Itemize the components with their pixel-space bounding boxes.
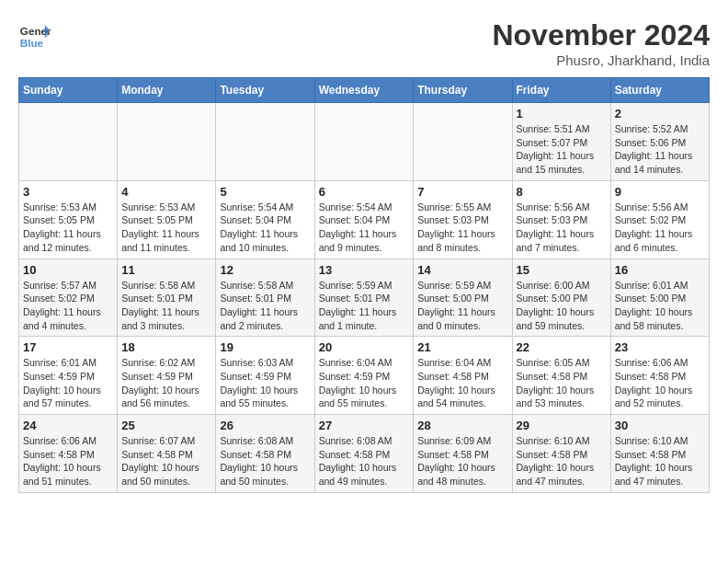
day-info: Sunrise: 5:54 AM Sunset: 5:04 PM Dayligh…	[319, 201, 410, 255]
day-number: 3	[23, 185, 113, 199]
day-info: Sunrise: 6:06 AM Sunset: 4:58 PM Dayligh…	[23, 434, 113, 488]
calendar-cell: 14Sunrise: 5:59 AM Sunset: 5:00 PM Dayli…	[414, 259, 512, 337]
calendar-cell: 9Sunrise: 5:56 AM Sunset: 5:02 PM Daylig…	[610, 180, 709, 259]
day-number: 22	[517, 340, 607, 354]
day-number: 6	[319, 185, 410, 199]
calendar-cell: 6Sunrise: 5:54 AM Sunset: 5:04 PM Daylig…	[314, 180, 414, 259]
calendar-cell: 28Sunrise: 6:09 AM Sunset: 4:58 PM Dayli…	[414, 415, 512, 493]
calendar-cell: 24Sunrise: 6:06 AM Sunset: 4:58 PM Dayli…	[19, 415, 118, 493]
week-row-1: 1Sunrise: 5:51 AM Sunset: 5:07 PM Daylig…	[19, 103, 710, 181]
day-info: Sunrise: 6:03 AM Sunset: 4:59 PM Dayligh…	[220, 356, 310, 410]
calendar-cell: 15Sunrise: 6:00 AM Sunset: 5:00 PM Dayli…	[512, 259, 610, 337]
day-number: 14	[417, 263, 507, 277]
day-info: Sunrise: 6:04 AM Sunset: 4:58 PM Dayligh…	[417, 356, 507, 410]
weekday-header-row: SundayMondayTuesdayWednesdayThursdayFrid…	[19, 78, 710, 103]
day-number: 5	[220, 185, 310, 199]
day-info: Sunrise: 6:08 AM Sunset: 4:58 PM Dayligh…	[220, 434, 310, 488]
title-block: November 2024 Phusro, Jharkhand, India	[492, 18, 710, 68]
day-number: 1	[517, 107, 607, 121]
day-info: Sunrise: 6:10 AM Sunset: 4:58 PM Dayligh…	[615, 434, 705, 488]
day-number: 27	[319, 419, 410, 432]
day-number: 19	[220, 340, 310, 354]
day-info: Sunrise: 6:04 AM Sunset: 4:59 PM Dayligh…	[319, 356, 410, 410]
calendar-cell	[216, 103, 314, 181]
week-row-3: 10Sunrise: 5:57 AM Sunset: 5:02 PM Dayli…	[19, 259, 710, 337]
day-info: Sunrise: 6:02 AM Sunset: 4:59 PM Dayligh…	[121, 356, 211, 410]
calendar-cell	[118, 103, 216, 181]
calendar-cell: 18Sunrise: 6:02 AM Sunset: 4:59 PM Dayli…	[118, 337, 216, 415]
calendar-table: SundayMondayTuesdayWednesdayThursdayFrid…	[18, 77, 710, 493]
day-info: Sunrise: 6:07 AM Sunset: 4:58 PM Dayligh…	[121, 434, 211, 488]
calendar-cell: 1Sunrise: 5:51 AM Sunset: 5:07 PM Daylig…	[512, 103, 610, 181]
calendar-cell: 30Sunrise: 6:10 AM Sunset: 4:58 PM Dayli…	[610, 415, 709, 493]
day-number: 15	[517, 263, 607, 277]
calendar-cell: 10Sunrise: 5:57 AM Sunset: 5:02 PM Dayli…	[19, 259, 118, 337]
day-info: Sunrise: 6:01 AM Sunset: 4:59 PM Dayligh…	[23, 356, 113, 410]
day-number: 4	[121, 185, 211, 199]
day-info: Sunrise: 6:01 AM Sunset: 5:00 PM Dayligh…	[615, 279, 705, 333]
calendar-cell: 21Sunrise: 6:04 AM Sunset: 4:58 PM Dayli…	[414, 337, 512, 415]
day-number: 11	[121, 263, 211, 277]
day-number: 16	[615, 263, 705, 277]
day-number: 10	[23, 263, 113, 277]
day-info: Sunrise: 6:06 AM Sunset: 4:58 PM Dayligh…	[615, 356, 705, 410]
day-number: 26	[220, 419, 310, 432]
calendar-cell: 16Sunrise: 6:01 AM Sunset: 5:00 PM Dayli…	[610, 259, 709, 337]
page-header: General Blue November 2024 Phusro, Jhark…	[18, 18, 710, 68]
calendar-cell: 4Sunrise: 5:53 AM Sunset: 5:05 PM Daylig…	[118, 180, 216, 259]
svg-text:Blue: Blue	[20, 37, 44, 49]
logo-icon: General Blue	[18, 18, 51, 52]
weekday-header-friday: Friday	[512, 78, 610, 103]
calendar-cell	[19, 103, 118, 181]
month-title: November 2024	[492, 18, 710, 52]
week-row-5: 24Sunrise: 6:06 AM Sunset: 4:58 PM Dayli…	[19, 415, 710, 493]
week-row-4: 17Sunrise: 6:01 AM Sunset: 4:59 PM Dayli…	[19, 337, 710, 415]
calendar-cell	[314, 103, 414, 181]
weekday-header-wednesday: Wednesday	[314, 78, 414, 103]
day-number: 20	[319, 340, 410, 354]
calendar-cell: 29Sunrise: 6:10 AM Sunset: 4:58 PM Dayli…	[512, 415, 610, 493]
calendar-cell: 27Sunrise: 6:08 AM Sunset: 4:58 PM Dayli…	[314, 415, 414, 493]
day-info: Sunrise: 5:59 AM Sunset: 5:01 PM Dayligh…	[319, 279, 410, 333]
day-info: Sunrise: 5:54 AM Sunset: 5:04 PM Dayligh…	[220, 201, 310, 255]
calendar-cell	[414, 103, 512, 181]
day-info: Sunrise: 5:56 AM Sunset: 5:02 PM Dayligh…	[615, 201, 705, 255]
day-number: 13	[319, 263, 410, 277]
calendar-cell: 3Sunrise: 5:53 AM Sunset: 5:05 PM Daylig…	[19, 180, 118, 259]
location: Phusro, Jharkhand, India	[492, 52, 710, 68]
day-number: 28	[417, 419, 507, 432]
day-info: Sunrise: 6:09 AM Sunset: 4:58 PM Dayligh…	[417, 434, 507, 488]
day-info: Sunrise: 6:10 AM Sunset: 4:58 PM Dayligh…	[517, 434, 607, 488]
day-number: 9	[615, 185, 705, 199]
logo: General Blue	[18, 18, 51, 52]
day-number: 2	[615, 107, 705, 121]
day-info: Sunrise: 5:52 AM Sunset: 5:06 PM Dayligh…	[615, 122, 705, 177]
calendar-cell: 22Sunrise: 6:05 AM Sunset: 4:58 PM Dayli…	[512, 337, 610, 415]
calendar-cell: 17Sunrise: 6:01 AM Sunset: 4:59 PM Dayli…	[19, 337, 118, 415]
day-info: Sunrise: 6:00 AM Sunset: 5:00 PM Dayligh…	[517, 279, 607, 333]
calendar-cell: 19Sunrise: 6:03 AM Sunset: 4:59 PM Dayli…	[216, 337, 314, 415]
day-number: 24	[23, 419, 113, 432]
calendar-cell: 23Sunrise: 6:06 AM Sunset: 4:58 PM Dayli…	[610, 337, 709, 415]
day-info: Sunrise: 5:57 AM Sunset: 5:02 PM Dayligh…	[23, 279, 113, 333]
day-number: 17	[23, 340, 113, 354]
week-row-2: 3Sunrise: 5:53 AM Sunset: 5:05 PM Daylig…	[19, 180, 710, 259]
calendar-cell: 20Sunrise: 6:04 AM Sunset: 4:59 PM Dayli…	[314, 337, 414, 415]
calendar-cell: 25Sunrise: 6:07 AM Sunset: 4:58 PM Dayli…	[118, 415, 216, 493]
day-number: 29	[517, 419, 607, 432]
calendar-cell: 13Sunrise: 5:59 AM Sunset: 5:01 PM Dayli…	[314, 259, 414, 337]
calendar-cell: 11Sunrise: 5:58 AM Sunset: 5:01 PM Dayli…	[118, 259, 216, 337]
day-info: Sunrise: 5:55 AM Sunset: 5:03 PM Dayligh…	[417, 201, 507, 255]
weekday-header-tuesday: Tuesday	[216, 78, 314, 103]
weekday-header-monday: Monday	[118, 78, 216, 103]
day-number: 18	[121, 340, 211, 354]
weekday-header-sunday: Sunday	[19, 78, 118, 103]
day-info: Sunrise: 5:53 AM Sunset: 5:05 PM Dayligh…	[23, 201, 113, 255]
day-info: Sunrise: 5:56 AM Sunset: 5:03 PM Dayligh…	[517, 201, 607, 255]
day-info: Sunrise: 5:59 AM Sunset: 5:00 PM Dayligh…	[417, 279, 507, 333]
day-info: Sunrise: 6:08 AM Sunset: 4:58 PM Dayligh…	[319, 434, 410, 488]
day-info: Sunrise: 6:05 AM Sunset: 4:58 PM Dayligh…	[517, 356, 607, 410]
calendar-cell: 7Sunrise: 5:55 AM Sunset: 5:03 PM Daylig…	[414, 180, 512, 259]
calendar-cell: 12Sunrise: 5:58 AM Sunset: 5:01 PM Dayli…	[216, 259, 314, 337]
day-number: 12	[220, 263, 310, 277]
